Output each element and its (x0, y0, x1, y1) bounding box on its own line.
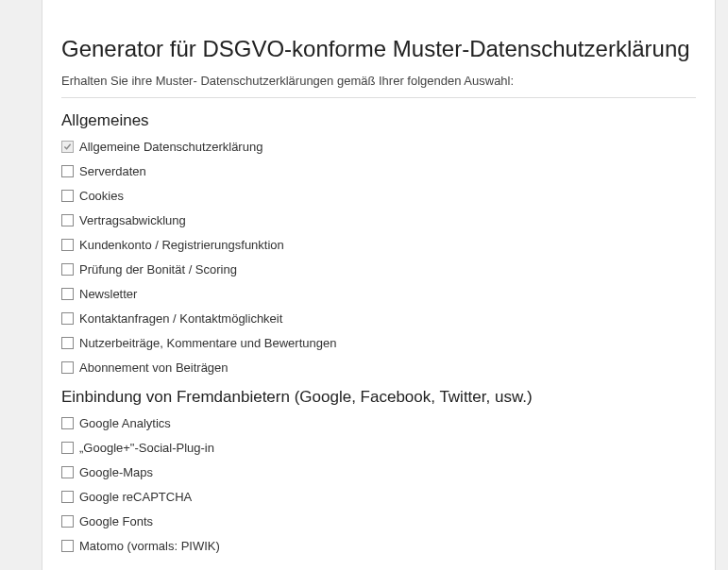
general-label: Abonnement von Beiträgen (79, 360, 229, 375)
general-checkbox[interactable] (61, 239, 74, 251)
general-checkbox[interactable] (61, 361, 74, 374)
thirdparty-item: Google-Maps (61, 465, 696, 479)
thirdparty-item: Google Analytics (61, 416, 696, 430)
checklist-thirdparty: Google Analytics„Google+"-Social-Plug-in… (61, 416, 696, 553)
general-checkbox[interactable] (61, 312, 74, 325)
general-checkbox[interactable] (61, 263, 74, 276)
divider (61, 97, 696, 98)
general-item: Cookies (61, 189, 696, 203)
general-item: Prüfung der Bonität / Scoring (61, 262, 696, 277)
thirdparty-item: Matomo (vormals: PIWIK) (61, 539, 696, 553)
thirdparty-label: Matomo (vormals: PIWIK) (79, 539, 220, 553)
general-label: Cookies (79, 189, 124, 203)
checklist-general: Allgemeine DatenschutzerklärungServerdat… (61, 140, 696, 375)
general-checkbox (61, 141, 74, 153)
general-label: Kundenkonto / Registrierungsfunktion (79, 238, 284, 252)
general-label: Prüfung der Bonität / Scoring (79, 262, 237, 277)
general-checkbox[interactable] (61, 337, 74, 349)
thirdparty-item: Google Fonts (61, 514, 696, 528)
general-item: Vertragsabwicklung (61, 213, 696, 227)
section-heading-thirdparty: Einbindung von Fremdanbietern (Google, F… (61, 388, 696, 407)
thirdparty-label: Google Analytics (79, 416, 171, 430)
general-item: Allgemeine Datenschutzerklärung (61, 140, 696, 154)
general-label: Kontaktanfragen / Kontaktmöglichkeit (79, 311, 282, 326)
form-card: Generator für DSGVO-konforme Muster-Date… (42, 0, 716, 570)
thirdparty-label: Google-Maps (79, 465, 153, 479)
general-label: Allgemeine Datenschutzerklärung (79, 140, 262, 154)
thirdparty-label: Google reCAPTCHA (79, 490, 192, 504)
general-checkbox[interactable] (61, 165, 74, 177)
thirdparty-label: Google Fonts (79, 514, 153, 528)
thirdparty-checkbox[interactable] (61, 515, 74, 528)
general-item: Serverdaten (61, 164, 696, 178)
check-icon (63, 142, 72, 151)
general-checkbox[interactable] (61, 288, 74, 300)
thirdparty-label: „Google+"-Social-Plug-in (79, 441, 214, 455)
general-checkbox[interactable] (61, 190, 74, 202)
general-item: Abonnement von Beiträgen (61, 360, 696, 375)
general-label: Newsletter (79, 287, 137, 301)
thirdparty-item: Google reCAPTCHA (61, 490, 696, 504)
general-item: Kundenkonto / Registrierungsfunktion (61, 238, 696, 252)
thirdparty-checkbox[interactable] (61, 442, 74, 454)
general-label: Nutzerbeiträge, Kommentare und Bewertung… (79, 336, 336, 350)
general-label: Vertragsabwicklung (79, 213, 186, 227)
general-checkbox[interactable] (61, 214, 74, 226)
general-label: Serverdaten (79, 164, 146, 178)
thirdparty-checkbox[interactable] (61, 417, 74, 429)
intro-text: Erhalten Sie ihre Muster- Datenschutzerk… (61, 74, 696, 88)
thirdparty-item: „Google+"-Social-Plug-in (61, 441, 696, 455)
section-heading-general: Allgemeines (61, 111, 696, 130)
thirdparty-checkbox[interactable] (61, 466, 74, 478)
general-item: Newsletter (61, 287, 696, 301)
page-title: Generator für DSGVO-konforme Muster-Date… (61, 36, 696, 62)
thirdparty-checkbox[interactable] (61, 540, 74, 552)
thirdparty-checkbox[interactable] (61, 491, 74, 503)
general-item: Nutzerbeiträge, Kommentare und Bewertung… (61, 336, 696, 350)
general-item: Kontaktanfragen / Kontaktmöglichkeit (61, 311, 696, 326)
